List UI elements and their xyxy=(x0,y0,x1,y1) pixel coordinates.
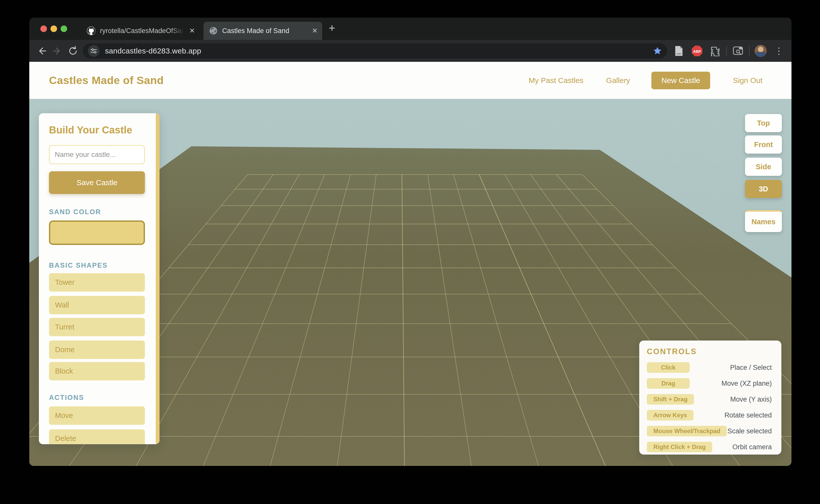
avatar xyxy=(755,45,767,57)
tab-castles-made-of-sand[interactable]: Castles Made of Sand ✕ xyxy=(203,22,322,40)
github-icon xyxy=(87,26,95,35)
forward-button[interactable] xyxy=(49,43,65,59)
control-desc: Move (XZ plane) xyxy=(721,380,772,387)
control-row: Arrow Keys Rotate selected xyxy=(647,410,772,421)
nav-my-past-castles[interactable]: My Past Castles xyxy=(529,76,583,85)
globe-icon xyxy=(209,26,218,35)
browser-window: ryrotella/CastlesMadeOfSand ✕ Castles Ma… xyxy=(29,18,791,466)
kbd-click: Click xyxy=(647,362,690,373)
zoom-window-button[interactable] xyxy=(61,25,67,32)
controls-title: CONTROLS xyxy=(647,347,772,356)
control-desc: Place / Select xyxy=(730,364,772,372)
reading-list-icon[interactable] xyxy=(671,43,687,59)
svg-text:ABP: ABP xyxy=(693,49,701,53)
new-castle-button[interactable]: New Castle xyxy=(651,72,710,89)
tab-strip: ryrotella/CastlesMadeOfSand ✕ Castles Ma… xyxy=(29,18,791,40)
shape-button-block[interactable]: Block xyxy=(49,362,145,380)
tab-title: ryrotella/CastlesMadeOfSand xyxy=(100,27,186,35)
control-row: Mouse Wheel/Trackpad Scale selected xyxy=(647,426,772,436)
nav-gallery[interactable]: Gallery xyxy=(606,76,630,85)
names-toggle-button[interactable]: Names xyxy=(745,210,782,232)
browser-menu-icon[interactable]: ⋮ xyxy=(771,43,787,59)
controls-panel: CONTROLS Click Place / Select Drag Move … xyxy=(639,341,781,455)
new-tab-button[interactable]: + xyxy=(329,22,335,35)
toolbar-extensions: ABP ⋮ xyxy=(671,43,787,59)
save-castle-button[interactable]: Save Castle xyxy=(49,171,145,194)
window-controls xyxy=(40,25,67,32)
shape-button-turret[interactable]: Turret xyxy=(49,318,145,336)
browser-toolbar: sandcastles-d6283.web.app ABP xyxy=(29,40,791,62)
castle-name-input[interactable] xyxy=(49,145,145,164)
profile-avatar[interactable] xyxy=(753,43,769,59)
kbd-mouse-wheel: Mouse Wheel/Trackpad xyxy=(647,426,727,436)
control-row: Shift + Drag Move (Y axis) xyxy=(647,394,772,405)
tab-title: Castles Made of Sand xyxy=(222,27,309,35)
control-row: Drag Move (XZ plane) xyxy=(647,378,772,389)
close-window-button[interactable] xyxy=(40,25,47,32)
url-bar[interactable]: sandcastles-d6283.web.app xyxy=(83,43,667,59)
sand-color-label: SAND COLOR xyxy=(49,208,145,216)
shape-button-wall[interactable]: Wall xyxy=(49,296,145,314)
build-panel-title: Build Your Castle xyxy=(49,124,145,136)
kbd-arrow-keys: Arrow Keys xyxy=(647,410,694,421)
site-settings-icon[interactable] xyxy=(88,45,99,57)
kbd-right-click-drag: Right Click + Drag xyxy=(647,442,712,452)
panel-scrollbar[interactable] xyxy=(156,113,159,444)
bookmark-star-icon[interactable] xyxy=(653,46,662,56)
tab-github-repo[interactable]: ryrotella/CastlesMadeOfSand ✕ xyxy=(81,22,199,40)
view-3d-button[interactable]: 3D xyxy=(745,180,782,198)
app-header: Castles Made of Sand My Past Castles Gal… xyxy=(29,62,791,99)
action-button-move[interactable]: Move xyxy=(49,406,145,425)
sand-color-swatch[interactable] xyxy=(49,220,145,245)
shape-button-tower[interactable]: Tower xyxy=(49,273,145,292)
adblock-plus-icon[interactable]: ABP xyxy=(689,43,705,59)
control-desc: Rotate selected xyxy=(724,411,772,419)
back-button[interactable] xyxy=(34,43,49,59)
view-side-button[interactable]: Side xyxy=(745,158,782,176)
nav-sign-out[interactable]: Sign Out xyxy=(733,76,762,85)
action-button-delete[interactable]: Delete xyxy=(49,429,145,444)
kbd-shift-drag: Shift + Drag xyxy=(647,394,694,405)
toolbar-divider xyxy=(726,46,727,56)
control-row: Click Place / Select xyxy=(647,362,772,373)
shape-button-dome[interactable]: Dome xyxy=(49,341,145,359)
tab-search-icon[interactable] xyxy=(730,43,746,59)
app-logo: Castles Made of Sand xyxy=(49,74,163,87)
control-desc: Move (Y axis) xyxy=(730,396,772,403)
control-desc: Orbit camera xyxy=(732,443,772,451)
control-row: Right Click + Drag Orbit camera xyxy=(647,442,772,452)
control-desc: Scale selected xyxy=(727,427,772,435)
build-panel: Build Your Castle Save Castle SAND COLOR… xyxy=(39,113,159,444)
basic-shapes-label: BASIC SHAPES xyxy=(49,262,145,269)
toolbar-divider xyxy=(749,46,750,56)
scene-canvas[interactable]: Build Your Castle Save Castle SAND COLOR… xyxy=(29,99,791,466)
reload-button[interactable] xyxy=(65,43,81,59)
close-tab-icon[interactable]: ✕ xyxy=(312,27,318,35)
actions-label: ACTIONS xyxy=(49,394,145,402)
view-front-button[interactable]: Front xyxy=(745,135,782,154)
url-text[interactable]: sandcastles-d6283.web.app xyxy=(105,47,650,55)
close-tab-icon[interactable]: ✕ xyxy=(189,27,195,35)
view-top-button[interactable]: Top xyxy=(745,114,782,132)
kbd-drag: Drag xyxy=(647,378,690,389)
minimize-window-button[interactable] xyxy=(50,25,57,32)
extensions-puzzle-icon[interactable] xyxy=(707,43,723,59)
